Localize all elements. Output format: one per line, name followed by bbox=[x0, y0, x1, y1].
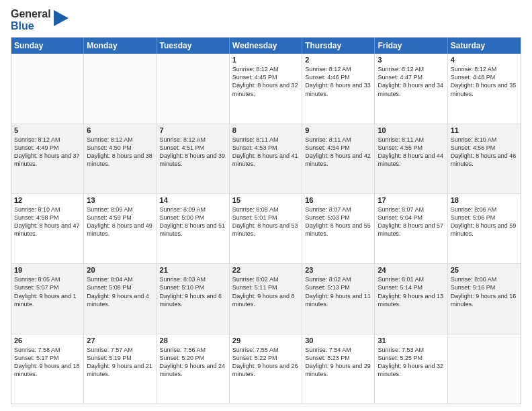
day-info: Sunrise: 8:04 AM Sunset: 5:08 PM Dayligh… bbox=[87, 275, 153, 308]
day-cell: 14Sunrise: 8:09 AM Sunset: 5:00 PM Dayli… bbox=[157, 194, 230, 263]
weekday-header-wednesday: Wednesday bbox=[230, 38, 302, 54]
day-cell: 24Sunrise: 8:01 AM Sunset: 5:14 PM Dayli… bbox=[375, 264, 447, 333]
day-number: 10 bbox=[378, 126, 444, 134]
page: General Blue SundayMondayTuesdayWednesda… bbox=[0, 0, 532, 411]
day-info: Sunrise: 8:09 AM Sunset: 5:00 PM Dayligh… bbox=[160, 205, 226, 238]
week-row-3: 12Sunrise: 8:10 AM Sunset: 4:58 PM Dayli… bbox=[11, 193, 521, 263]
day-info: Sunrise: 7:58 AM Sunset: 5:17 PM Dayligh… bbox=[14, 346, 81, 379]
day-info: Sunrise: 8:05 AM Sunset: 5:07 PM Dayligh… bbox=[14, 275, 81, 308]
day-cell: 3Sunrise: 8:12 AM Sunset: 4:47 PM Daylig… bbox=[375, 54, 447, 123]
day-cell bbox=[448, 334, 521, 404]
day-number: 28 bbox=[160, 336, 226, 345]
logo-blue: Blue bbox=[11, 20, 34, 32]
day-cell: 18Sunrise: 8:06 AM Sunset: 5:06 PM Dayli… bbox=[448, 194, 521, 263]
day-number: 11 bbox=[451, 126, 518, 134]
day-number: 13 bbox=[87, 196, 153, 204]
day-number: 23 bbox=[305, 266, 371, 274]
day-info: Sunrise: 7:56 AM Sunset: 5:20 PM Dayligh… bbox=[160, 346, 226, 379]
day-cell: 22Sunrise: 8:02 AM Sunset: 5:11 PM Dayli… bbox=[230, 264, 302, 333]
day-cell: 10Sunrise: 8:11 AM Sunset: 4:55 PM Dayli… bbox=[375, 124, 447, 193]
day-info: Sunrise: 8:00 AM Sunset: 5:16 PM Dayligh… bbox=[451, 275, 518, 308]
day-cell: 26Sunrise: 7:58 AM Sunset: 5:17 PM Dayli… bbox=[11, 334, 84, 404]
weekday-headers: SundayMondayTuesdayWednesdayThursdayFrid… bbox=[11, 38, 521, 54]
header: General Blue bbox=[11, 8, 521, 32]
day-cell: 8Sunrise: 8:11 AM Sunset: 4:53 PM Daylig… bbox=[230, 124, 302, 193]
day-cell: 31Sunrise: 7:53 AM Sunset: 5:25 PM Dayli… bbox=[375, 334, 447, 404]
day-number: 21 bbox=[160, 266, 226, 274]
logo: General Blue bbox=[11, 8, 69, 32]
day-number: 20 bbox=[87, 266, 153, 274]
day-cell: 27Sunrise: 7:57 AM Sunset: 5:19 PM Dayli… bbox=[84, 334, 157, 404]
day-info: Sunrise: 8:07 AM Sunset: 5:04 PM Dayligh… bbox=[378, 205, 444, 238]
day-info: Sunrise: 8:12 AM Sunset: 4:51 PM Dayligh… bbox=[160, 136, 226, 169]
weekday-header-tuesday: Tuesday bbox=[157, 38, 230, 54]
day-number: 25 bbox=[451, 266, 518, 274]
day-cell: 16Sunrise: 8:07 AM Sunset: 5:03 PM Dayli… bbox=[302, 194, 375, 263]
day-cell: 1Sunrise: 8:12 AM Sunset: 4:45 PM Daylig… bbox=[230, 54, 302, 123]
day-cell bbox=[157, 54, 230, 123]
day-cell: 13Sunrise: 8:09 AM Sunset: 4:59 PM Dayli… bbox=[84, 194, 157, 263]
day-cell bbox=[84, 54, 157, 123]
day-cell: 7Sunrise: 8:12 AM Sunset: 4:51 PM Daylig… bbox=[157, 124, 230, 193]
day-cell: 12Sunrise: 8:10 AM Sunset: 4:58 PM Dayli… bbox=[11, 194, 84, 263]
day-info: Sunrise: 7:57 AM Sunset: 5:19 PM Dayligh… bbox=[87, 346, 153, 379]
day-number: 19 bbox=[14, 266, 81, 274]
day-cell: 20Sunrise: 8:04 AM Sunset: 5:08 PM Dayli… bbox=[84, 264, 157, 333]
day-number: 30 bbox=[305, 336, 371, 345]
day-cell: 15Sunrise: 8:08 AM Sunset: 5:01 PM Dayli… bbox=[230, 194, 302, 263]
day-number: 4 bbox=[451, 56, 518, 64]
day-info: Sunrise: 8:12 AM Sunset: 4:45 PM Dayligh… bbox=[232, 65, 299, 98]
day-info: Sunrise: 8:10 AM Sunset: 4:56 PM Dayligh… bbox=[451, 136, 518, 169]
day-cell: 30Sunrise: 7:54 AM Sunset: 5:23 PM Dayli… bbox=[302, 334, 375, 404]
day-info: Sunrise: 8:10 AM Sunset: 4:58 PM Dayligh… bbox=[14, 205, 81, 238]
day-number: 17 bbox=[378, 196, 444, 204]
weekday-header-monday: Monday bbox=[84, 38, 157, 54]
day-cell: 2Sunrise: 8:12 AM Sunset: 4:46 PM Daylig… bbox=[302, 54, 375, 123]
logo-triangle-icon bbox=[54, 10, 69, 32]
day-number: 22 bbox=[232, 266, 299, 274]
day-number: 31 bbox=[378, 336, 444, 345]
day-number: 15 bbox=[232, 196, 299, 204]
week-row-2: 5Sunrise: 8:12 AM Sunset: 4:49 PM Daylig… bbox=[11, 124, 521, 193]
calendar: SundayMondayTuesdayWednesdayThursdayFrid… bbox=[11, 37, 521, 404]
day-cell: 21Sunrise: 8:03 AM Sunset: 5:10 PM Dayli… bbox=[157, 264, 230, 333]
day-number: 16 bbox=[305, 196, 371, 204]
day-cell: 9Sunrise: 8:11 AM Sunset: 4:54 PM Daylig… bbox=[302, 124, 375, 193]
day-number: 7 bbox=[160, 126, 226, 134]
day-number: 12 bbox=[14, 196, 81, 204]
week-row-5: 26Sunrise: 7:58 AM Sunset: 5:17 PM Dayli… bbox=[11, 334, 521, 404]
day-number: 2 bbox=[305, 56, 371, 64]
day-number: 6 bbox=[87, 126, 153, 134]
logo-wordmark: General Blue bbox=[11, 8, 51, 32]
day-cell: 19Sunrise: 8:05 AM Sunset: 5:07 PM Dayli… bbox=[11, 264, 84, 333]
day-number: 14 bbox=[160, 196, 226, 204]
day-number: 26 bbox=[14, 336, 81, 345]
day-number: 29 bbox=[232, 336, 299, 345]
day-number: 24 bbox=[378, 266, 444, 274]
weeks-container: 1Sunrise: 8:12 AM Sunset: 4:45 PM Daylig… bbox=[11, 54, 521, 404]
day-info: Sunrise: 8:07 AM Sunset: 5:03 PM Dayligh… bbox=[305, 205, 371, 238]
day-info: Sunrise: 8:12 AM Sunset: 4:47 PM Dayligh… bbox=[378, 65, 444, 98]
day-cell bbox=[11, 54, 84, 123]
day-number: 5 bbox=[14, 126, 81, 134]
day-number: 1 bbox=[232, 56, 299, 64]
day-cell: 29Sunrise: 7:55 AM Sunset: 5:22 PM Dayli… bbox=[230, 334, 302, 404]
day-info: Sunrise: 7:55 AM Sunset: 5:22 PM Dayligh… bbox=[232, 346, 299, 379]
svg-marker-0 bbox=[54, 10, 69, 26]
day-cell: 17Sunrise: 8:07 AM Sunset: 5:04 PM Dayli… bbox=[375, 194, 447, 263]
day-info: Sunrise: 8:11 AM Sunset: 4:55 PM Dayligh… bbox=[378, 136, 444, 169]
day-info: Sunrise: 7:54 AM Sunset: 5:23 PM Dayligh… bbox=[305, 346, 371, 379]
day-info: Sunrise: 8:11 AM Sunset: 4:53 PM Dayligh… bbox=[232, 136, 299, 169]
day-info: Sunrise: 7:53 AM Sunset: 5:25 PM Dayligh… bbox=[378, 346, 444, 379]
day-info: Sunrise: 8:09 AM Sunset: 4:59 PM Dayligh… bbox=[87, 205, 153, 238]
day-info: Sunrise: 8:12 AM Sunset: 4:49 PM Dayligh… bbox=[14, 136, 81, 169]
weekday-header-friday: Friday bbox=[375, 38, 447, 54]
day-info: Sunrise: 8:11 AM Sunset: 4:54 PM Dayligh… bbox=[305, 136, 371, 169]
day-info: Sunrise: 8:02 AM Sunset: 5:11 PM Dayligh… bbox=[232, 275, 299, 308]
day-cell: 4Sunrise: 8:12 AM Sunset: 4:48 PM Daylig… bbox=[448, 54, 521, 123]
day-number: 9 bbox=[305, 126, 371, 134]
weekday-header-saturday: Saturday bbox=[448, 38, 521, 54]
day-cell: 6Sunrise: 8:12 AM Sunset: 4:50 PM Daylig… bbox=[84, 124, 157, 193]
weekday-header-sunday: Sunday bbox=[11, 38, 84, 54]
day-number: 8 bbox=[232, 126, 299, 134]
